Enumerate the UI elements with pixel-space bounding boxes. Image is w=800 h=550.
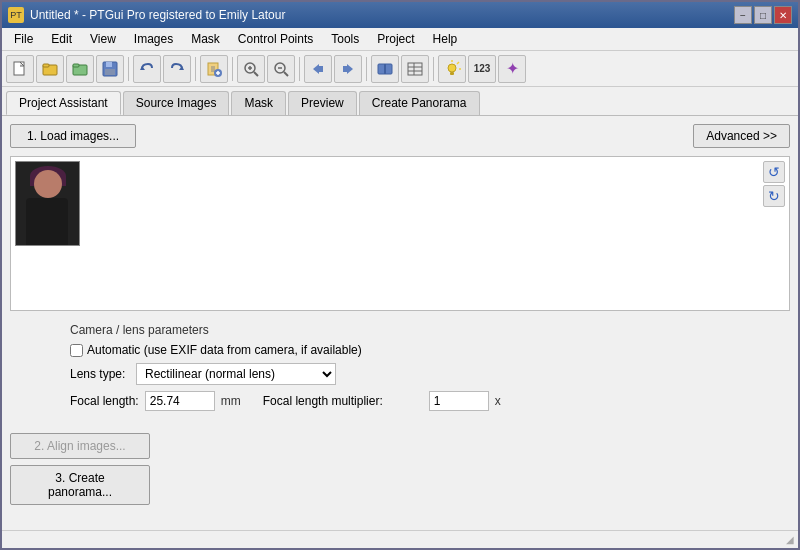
zoom-out-button[interactable]: [267, 55, 295, 83]
title-buttons: − □ ✕: [734, 6, 792, 24]
menu-file[interactable]: File: [6, 30, 41, 48]
title-bar: PT Untitled * - PTGui Pro registered to …: [2, 2, 798, 28]
open-button[interactable]: [36, 55, 64, 83]
svg-marker-24: [313, 64, 319, 74]
tab-preview[interactable]: Preview: [288, 91, 357, 115]
menu-project[interactable]: Project: [369, 30, 422, 48]
resize-grip[interactable]: ◢: [786, 534, 794, 545]
svg-rect-2: [43, 64, 49, 67]
image-thumbnail[interactable]: [15, 161, 80, 246]
focal-length-unit: mm: [221, 394, 241, 408]
align-images-button[interactable]: 2. Align images...: [10, 433, 150, 459]
image-area-inner: [15, 161, 785, 306]
tab-project-assistant[interactable]: Project Assistant: [6, 91, 121, 115]
svg-line-22: [284, 72, 288, 76]
create-panorama-button[interactable]: 3. Create panorama...: [10, 465, 150, 505]
svg-marker-26: [347, 64, 353, 74]
svg-rect-25: [319, 66, 323, 72]
title-bar-left: PT Untitled * - PTGui Pro registered to …: [8, 7, 285, 23]
svg-point-34: [448, 64, 456, 72]
svg-rect-30: [408, 63, 422, 75]
auto-row: Automatic (use EXIF data from camera, if…: [10, 343, 790, 357]
light-button[interactable]: [438, 55, 466, 83]
undo-button[interactable]: [133, 55, 161, 83]
svg-line-37: [457, 62, 459, 64]
new-button[interactable]: [6, 55, 34, 83]
main-content: 1. Load images... Advanced >> ↺ ↻ Camera…: [2, 115, 798, 530]
menu-tools[interactable]: Tools: [323, 30, 367, 48]
svg-line-18: [254, 72, 258, 76]
separator-3: [232, 57, 233, 81]
star-button[interactable]: ✦: [498, 55, 526, 83]
menu-images[interactable]: Images: [126, 30, 181, 48]
person-body: [26, 198, 68, 246]
auto-checkbox[interactable]: [70, 344, 83, 357]
menu-edit[interactable]: Edit: [43, 30, 80, 48]
lens-type-row: Lens type: Rectilinear (normal lens) Fis…: [10, 363, 790, 385]
menu-view[interactable]: View: [82, 30, 124, 48]
rotate-cw-button[interactable]: ↻: [763, 185, 785, 207]
separator-4: [299, 57, 300, 81]
svg-rect-29: [384, 64, 386, 74]
main-window: PT Untitled * - PTGui Pro registered to …: [0, 0, 800, 550]
separator-6: [433, 57, 434, 81]
image-area-controls: ↺ ↻: [763, 161, 785, 207]
lens-type-select[interactable]: Rectilinear (normal lens) Fisheye Equire…: [136, 363, 336, 385]
rotate-ccw-button[interactable]: ↺: [763, 161, 785, 183]
open2-button[interactable]: [66, 55, 94, 83]
lens-type-label: Lens type:: [70, 367, 130, 381]
table-button[interactable]: [401, 55, 429, 83]
focal-length-input[interactable]: [145, 391, 215, 411]
bottom-buttons: 2. Align images... 3. Create panorama...: [10, 429, 790, 505]
auto-label-text: Automatic (use EXIF data from camera, if…: [87, 343, 362, 357]
camera-section: Camera / lens parameters Automatic (use …: [10, 319, 790, 421]
advanced-button[interactable]: Advanced >>: [693, 124, 790, 148]
redo-button[interactable]: [163, 55, 191, 83]
menu-bar: File Edit View Images Mask Control Point…: [2, 28, 798, 51]
menu-control-points[interactable]: Control Points: [230, 30, 321, 48]
multiplier-input[interactable]: [429, 391, 489, 411]
window-title: Untitled * - PTGui Pro registered to Emi…: [30, 8, 285, 22]
svg-rect-7: [105, 69, 115, 75]
focal-length-label: Focal length:: [70, 394, 139, 408]
separator-1: [128, 57, 129, 81]
status-bar: ◢: [2, 530, 798, 548]
edit-tool-button[interactable]: [200, 55, 228, 83]
minimize-button[interactable]: −: [734, 6, 752, 24]
svg-rect-4: [73, 64, 79, 67]
focal-length-row: Focal length: mm Focal length multiplier…: [10, 391, 790, 411]
multiplier-label: Focal length multiplier:: [263, 394, 423, 408]
number-button[interactable]: 123: [468, 55, 496, 83]
toolbar: 123 ✦: [2, 51, 798, 87]
separator-5: [366, 57, 367, 81]
svg-rect-35: [450, 72, 454, 75]
panorama-button[interactable]: [371, 55, 399, 83]
load-images-button[interactable]: 1. Load images...: [10, 124, 136, 148]
tab-mask[interactable]: Mask: [231, 91, 286, 115]
svg-rect-27: [343, 66, 347, 72]
forward-button[interactable]: [334, 55, 362, 83]
menu-help[interactable]: Help: [425, 30, 466, 48]
tab-create-panorama[interactable]: Create Panorama: [359, 91, 480, 115]
camera-title: Camera / lens parameters: [10, 323, 790, 337]
menu-mask[interactable]: Mask: [183, 30, 228, 48]
zoom-in-button[interactable]: [237, 55, 265, 83]
svg-rect-6: [106, 62, 112, 67]
maximize-button[interactable]: □: [754, 6, 772, 24]
separator-2: [195, 57, 196, 81]
image-area: ↺ ↻: [10, 156, 790, 311]
app-icon: PT: [8, 7, 24, 23]
multiplier-unit: x: [495, 394, 501, 408]
back-button[interactable]: [304, 55, 332, 83]
person-head: [34, 170, 62, 198]
top-row: 1. Load images... Advanced >>: [10, 124, 790, 148]
tab-source-images[interactable]: Source Images: [123, 91, 230, 115]
save-button[interactable]: [96, 55, 124, 83]
auto-label: Automatic (use EXIF data from camera, if…: [70, 343, 362, 357]
close-button[interactable]: ✕: [774, 6, 792, 24]
tabs-bar: Project Assistant Source Images Mask Pre…: [2, 87, 798, 115]
